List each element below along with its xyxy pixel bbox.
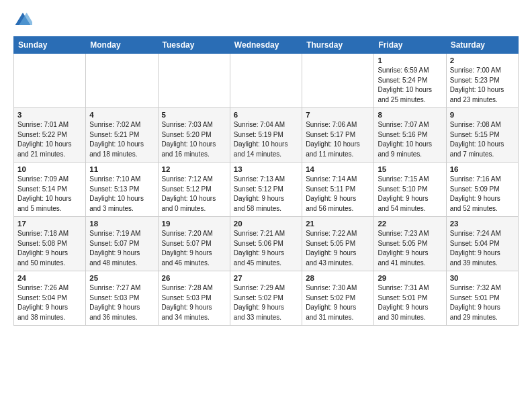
day-cell: 30Sunrise: 7:32 AMSunset: 5:01 PMDayligh…: [446, 271, 518, 326]
day-number: 17: [17, 220, 82, 228]
day-cell: 23Sunrise: 7:24 AMSunset: 5:04 PMDayligh…: [446, 217, 518, 271]
day-info: Sunrise: 7:09 AMSunset: 5:14 PMDaylight:…: [17, 175, 82, 214]
day-info: Sunrise: 7:07 AMSunset: 5:16 PMDaylight:…: [378, 120, 442, 159]
day-number: 29: [378, 274, 442, 282]
day-info: Sunrise: 7:23 AMSunset: 5:05 PMDaylight:…: [378, 229, 442, 268]
day-cell: 8Sunrise: 7:07 AMSunset: 5:16 PMDaylight…: [374, 108, 446, 163]
day-info: Sunrise: 7:21 AMSunset: 5:06 PMDaylight:…: [234, 229, 298, 268]
day-info: Sunrise: 7:22 AMSunset: 5:05 PMDaylight:…: [306, 229, 370, 268]
day-cell: 27Sunrise: 7:29 AMSunset: 5:02 PMDayligh…: [230, 271, 302, 326]
day-number: 20: [234, 220, 298, 228]
day-cell: 19Sunrise: 7:20 AMSunset: 5:07 PMDayligh…: [158, 217, 230, 271]
day-cell: 9Sunrise: 7:08 AMSunset: 5:15 PMDaylight…: [446, 108, 518, 163]
day-number: 2: [450, 56, 515, 64]
day-number: 16: [450, 165, 515, 173]
day-info: Sunrise: 7:08 AMSunset: 5:15 PMDaylight:…: [450, 120, 515, 159]
day-cell: 25Sunrise: 7:27 AMSunset: 5:03 PMDayligh…: [86, 271, 158, 326]
day-cell: 3Sunrise: 7:01 AMSunset: 5:22 PMDaylight…: [14, 108, 86, 163]
day-number: 18: [89, 220, 154, 228]
day-cell: 28Sunrise: 7:30 AMSunset: 5:02 PMDayligh…: [302, 271, 374, 326]
day-cell: 16Sunrise: 7:16 AMSunset: 5:09 PMDayligh…: [446, 163, 518, 217]
logo-icon: [13, 11, 32, 30]
day-info: Sunrise: 7:12 AMSunset: 5:12 PMDaylight:…: [162, 175, 226, 214]
day-number: 26: [162, 274, 226, 282]
day-info: Sunrise: 7:14 AMSunset: 5:11 PMDaylight:…: [306, 175, 370, 214]
weekday-wednesday: Wednesday: [230, 37, 302, 54]
day-cell: 5Sunrise: 7:03 AMSunset: 5:20 PMDaylight…: [158, 108, 230, 163]
day-number: 22: [378, 220, 442, 228]
day-cell: 13Sunrise: 7:13 AMSunset: 5:12 PMDayligh…: [230, 163, 302, 217]
day-cell: 2Sunrise: 7:00 AMSunset: 5:23 PMDaylight…: [446, 54, 518, 108]
day-cell: 22Sunrise: 7:23 AMSunset: 5:05 PMDayligh…: [374, 217, 446, 271]
day-cell: 18Sunrise: 7:19 AMSunset: 5:07 PMDayligh…: [86, 217, 158, 271]
day-number: 28: [306, 274, 370, 282]
logo: [13, 11, 35, 30]
day-info: Sunrise: 7:32 AMSunset: 5:01 PMDaylight:…: [450, 283, 515, 322]
week-row-1: 1Sunrise: 6:59 AMSunset: 5:24 PMDaylight…: [14, 54, 519, 108]
calendar-table: SundayMondayTuesdayWednesdayThursdayFrid…: [13, 36, 519, 326]
day-number: 7: [306, 111, 370, 119]
day-info: Sunrise: 6:59 AMSunset: 5:24 PMDaylight:…: [378, 66, 442, 105]
day-info: Sunrise: 7:29 AMSunset: 5:02 PMDaylight:…: [234, 283, 298, 322]
day-number: 1: [378, 56, 442, 64]
day-cell: 14Sunrise: 7:14 AMSunset: 5:11 PMDayligh…: [302, 163, 374, 217]
weekday-friday: Friday: [374, 37, 446, 54]
weekday-sunday: Sunday: [14, 37, 86, 54]
day-number: 6: [234, 111, 298, 119]
day-number: 10: [17, 165, 82, 173]
day-cell: 24Sunrise: 7:26 AMSunset: 5:04 PMDayligh…: [14, 271, 86, 326]
day-info: Sunrise: 7:27 AMSunset: 5:03 PMDaylight:…: [89, 283, 154, 322]
day-info: Sunrise: 7:16 AMSunset: 5:09 PMDaylight:…: [450, 175, 515, 214]
day-cell: [302, 54, 374, 108]
page: SundayMondayTuesdayWednesdayThursdayFrid…: [0, 0, 532, 411]
day-info: Sunrise: 7:24 AMSunset: 5:04 PMDaylight:…: [450, 229, 515, 268]
day-number: 12: [162, 165, 226, 173]
day-cell: 11Sunrise: 7:10 AMSunset: 5:13 PMDayligh…: [86, 163, 158, 217]
day-cell: 12Sunrise: 7:12 AMSunset: 5:12 PMDayligh…: [158, 163, 230, 217]
week-row-4: 17Sunrise: 7:18 AMSunset: 5:08 PMDayligh…: [14, 217, 519, 271]
day-number: 24: [17, 274, 82, 282]
day-info: Sunrise: 7:01 AMSunset: 5:22 PMDaylight:…: [17, 120, 82, 159]
day-number: 21: [306, 220, 370, 228]
day-info: Sunrise: 7:00 AMSunset: 5:23 PMDaylight:…: [450, 66, 515, 105]
day-number: 30: [450, 274, 515, 282]
day-info: Sunrise: 7:18 AMSunset: 5:08 PMDaylight:…: [17, 229, 82, 268]
weekday-header-row: SundayMondayTuesdayWednesdayThursdayFrid…: [14, 37, 519, 54]
weekday-tuesday: Tuesday: [158, 37, 230, 54]
day-cell: [230, 54, 302, 108]
day-number: 19: [162, 220, 226, 228]
day-cell: 4Sunrise: 7:02 AMSunset: 5:21 PMDaylight…: [86, 108, 158, 163]
day-info: Sunrise: 7:03 AMSunset: 5:20 PMDaylight:…: [162, 120, 226, 159]
day-number: 25: [89, 274, 154, 282]
week-row-3: 10Sunrise: 7:09 AMSunset: 5:14 PMDayligh…: [14, 163, 519, 217]
day-info: Sunrise: 7:15 AMSunset: 5:10 PMDaylight:…: [378, 175, 442, 214]
day-cell: 7Sunrise: 7:06 AMSunset: 5:17 PMDaylight…: [302, 108, 374, 163]
day-number: 3: [17, 111, 82, 119]
day-info: Sunrise: 7:13 AMSunset: 5:12 PMDaylight:…: [234, 175, 298, 214]
day-cell: [86, 54, 158, 108]
day-number: 15: [378, 165, 442, 173]
day-number: 23: [450, 220, 515, 228]
week-row-5: 24Sunrise: 7:26 AMSunset: 5:04 PMDayligh…: [14, 271, 519, 326]
day-cell: [14, 54, 86, 108]
day-number: 4: [89, 111, 154, 119]
day-number: 27: [234, 274, 298, 282]
day-number: 8: [378, 111, 442, 119]
day-number: 9: [450, 111, 515, 119]
header: [13, 11, 519, 30]
day-cell: 26Sunrise: 7:28 AMSunset: 5:03 PMDayligh…: [158, 271, 230, 326]
day-cell: 20Sunrise: 7:21 AMSunset: 5:06 PMDayligh…: [230, 217, 302, 271]
day-info: Sunrise: 7:31 AMSunset: 5:01 PMDaylight:…: [378, 283, 442, 322]
day-cell: [158, 54, 230, 108]
day-info: Sunrise: 7:28 AMSunset: 5:03 PMDaylight:…: [162, 283, 226, 322]
day-info: Sunrise: 7:04 AMSunset: 5:19 PMDaylight:…: [234, 120, 298, 159]
day-info: Sunrise: 7:06 AMSunset: 5:17 PMDaylight:…: [306, 120, 370, 159]
day-number: 13: [234, 165, 298, 173]
day-cell: 1Sunrise: 6:59 AMSunset: 5:24 PMDaylight…: [374, 54, 446, 108]
day-info: Sunrise: 7:19 AMSunset: 5:07 PMDaylight:…: [89, 229, 154, 268]
weekday-thursday: Thursday: [302, 37, 374, 54]
day-cell: 10Sunrise: 7:09 AMSunset: 5:14 PMDayligh…: [14, 163, 86, 217]
day-info: Sunrise: 7:26 AMSunset: 5:04 PMDaylight:…: [17, 283, 82, 322]
day-info: Sunrise: 7:20 AMSunset: 5:07 PMDaylight:…: [162, 229, 226, 268]
week-row-2: 3Sunrise: 7:01 AMSunset: 5:22 PMDaylight…: [14, 108, 519, 163]
